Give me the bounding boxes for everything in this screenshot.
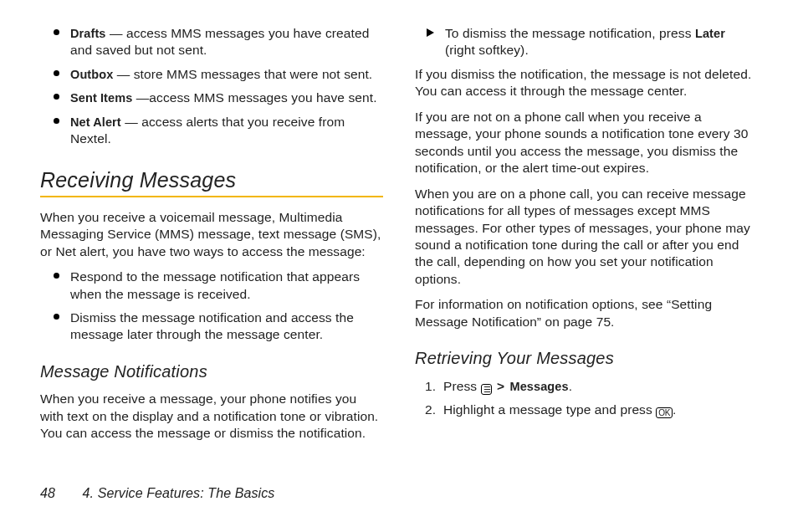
step-item: 1. Press ☰ > Messages. (422, 378, 758, 395)
desc: —access MMS messages you have sent. (132, 90, 376, 105)
chapter-title: 4. Service Features: The Basics (83, 486, 275, 500)
list-item: Drafts — access MMS messages you have cr… (50, 25, 383, 59)
step-number: 2. (425, 402, 436, 418)
menu-button-icon: ☰ (481, 384, 492, 395)
term: Drafts (70, 27, 106, 40)
heading-receiving-messages: Receiving Messages (40, 166, 383, 197)
term: Sent Items (70, 91, 132, 105)
page-number: 48 (40, 486, 79, 500)
retrieving-steps: 1. Press ☰ > Messages. 2. Highlight a me… (415, 378, 758, 419)
messages-label: Messages (510, 380, 569, 393)
text: (right softkey). (445, 43, 529, 57)
text: . (569, 379, 572, 393)
step-number: 1. (425, 378, 436, 395)
chevron-right-icon: > (495, 379, 506, 393)
paragraph: For information on notification options,… (415, 296, 758, 330)
folders-list: Drafts — access MMS messages you have cr… (40, 25, 383, 148)
list-item: Dismiss the message notification and acc… (50, 309, 383, 344)
desc: — store MMS messages that were not sent. (113, 67, 372, 81)
desc: — access MMS messages you have created a… (70, 26, 369, 57)
page-footer: 48 4. Service Features: The Basics (40, 484, 274, 502)
list-item: Outbox — store MMS messages that were no… (50, 66, 383, 83)
ok-button-icon: OK (656, 407, 673, 418)
list-item: Respond to the message notification that… (50, 269, 383, 303)
term: Net Alert (70, 115, 121, 129)
two-column-layout: Drafts — access MMS messages you have cr… (40, 25, 758, 468)
text: Highlight a message type and press (443, 402, 656, 417)
manual-page: Drafts — access MMS messages you have cr… (0, 0, 798, 532)
paragraph: When you are on a phone call, you can re… (415, 186, 758, 289)
paragraph: If you dismiss the notification, the mes… (415, 66, 758, 100)
text: . (673, 402, 676, 417)
text: Press (443, 379, 481, 393)
text: To dismiss the message notification, pre… (445, 26, 695, 40)
receiving-options-list: Respond to the message notification that… (40, 269, 383, 344)
dismiss-list: To dismiss the message notification, pre… (415, 25, 758, 59)
list-item: To dismiss the message notification, pre… (425, 25, 758, 59)
later-label: Later (695, 27, 725, 40)
paragraph: When you receive a voicemail message, Mu… (40, 209, 383, 260)
list-item: Sent Items —access MMS messages you have… (50, 90, 383, 106)
heading-retrieving-messages: Retrieving Your Messages (415, 347, 758, 369)
heading-message-notifications: Message Notifications (40, 361, 383, 382)
paragraph: If you are not on a phone call when you … (415, 109, 758, 177)
list-item: Net Alert — access alerts that you recei… (50, 114, 383, 148)
step-item: 2. Highlight a message type and press OK… (422, 402, 758, 418)
term: Outbox (70, 68, 113, 81)
paragraph: When you receive a message, your phone n… (40, 391, 383, 442)
